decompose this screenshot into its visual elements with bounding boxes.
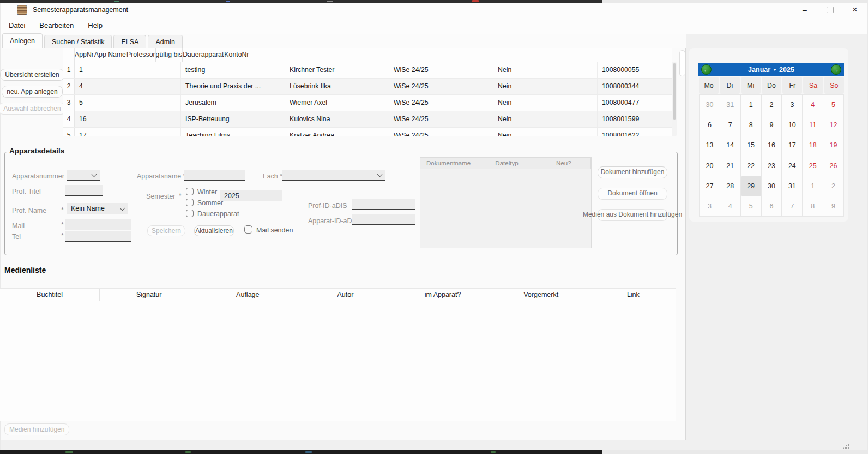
minimize-button[interactable]: – bbox=[792, 3, 817, 17]
apps-table-column-header[interactable]: KontoNr bbox=[224, 48, 249, 62]
documents-column-header[interactable]: Dokumentname bbox=[420, 158, 477, 169]
medienliste-column-header[interactable]: im Apparat? bbox=[394, 289, 492, 301]
tab[interactable]: Anlegen bbox=[2, 33, 43, 48]
document-action-button[interactable]: Medien aus Dokument hinzufügen bbox=[598, 209, 667, 221]
sidebar-button[interactable]: Übersicht erstellen bbox=[0, 69, 64, 81]
apps-table-scrollbar[interactable] bbox=[672, 62, 677, 136]
calendar-day[interactable]: 2 bbox=[762, 95, 782, 115]
calendar-day[interactable]: 8 bbox=[803, 196, 823, 216]
apps-table-row[interactable]: 4 16 ISP-Betreuung Kulovics Nina WiSe 24… bbox=[63, 111, 672, 128]
calendar-day[interactable]: 12 bbox=[823, 115, 843, 135]
apps-table-column-header[interactable]: Dauerapparat bbox=[183, 48, 224, 62]
medienliste-column-header[interactable]: Autor bbox=[297, 289, 394, 301]
apps-table-row[interactable]: 2 4 Theorie und Praxis der ... Lüsebrink… bbox=[63, 79, 672, 95]
calendar-day[interactable]: 6 bbox=[762, 196, 782, 216]
dauerapparat-checkbox[interactable] bbox=[186, 210, 194, 217]
scrollbar-thumb[interactable] bbox=[673, 63, 676, 120]
calendar-day[interactable]: 30 bbox=[700, 95, 720, 115]
calendar-prev-button[interactable]: ← bbox=[701, 64, 712, 75]
page-scrollbar-thumb[interactable] bbox=[679, 50, 685, 76]
calendar-day[interactable]: 27 bbox=[700, 176, 720, 196]
calendar-day[interactable]: 9 bbox=[823, 196, 843, 216]
calendar-day[interactable]: 16 bbox=[762, 135, 782, 155]
apps-table-column-header[interactable]: Professor bbox=[126, 48, 156, 62]
semester-year-input[interactable]: 2025 bbox=[220, 190, 282, 201]
apps-table-column-header[interactable]: App Name bbox=[94, 48, 126, 62]
calendar-day[interactable]: 1 bbox=[803, 176, 823, 196]
calendar-day[interactable]: 17 bbox=[782, 135, 802, 155]
apps-table-column-header[interactable]: AppNr bbox=[75, 48, 94, 62]
calendar-day[interactable]: 5 bbox=[823, 95, 843, 115]
document-action-button[interactable]: Dokument hinzufügen bbox=[598, 166, 667, 178]
calendar-day[interactable]: 9 bbox=[762, 115, 782, 135]
calendar-day[interactable]: 5 bbox=[741, 196, 761, 216]
apparat-id-adis-input[interactable] bbox=[352, 214, 415, 225]
prof-titel-input[interactable] bbox=[65, 185, 103, 196]
calendar-next-button[interactable]: → bbox=[831, 64, 841, 75]
calendar-day[interactable]: 14 bbox=[720, 135, 740, 155]
calendar-day[interactable]: 15 bbox=[741, 135, 761, 155]
close-button[interactable]: × bbox=[842, 3, 867, 17]
calendar-day[interactable]: 24 bbox=[782, 156, 802, 176]
calendar-day[interactable]: 2 bbox=[823, 176, 843, 196]
calendar-day[interactable]: 23 bbox=[762, 156, 782, 176]
tab[interactable]: Admin bbox=[148, 35, 182, 48]
sommer-checkbox[interactable] bbox=[186, 199, 194, 206]
calendar-day[interactable]: 26 bbox=[823, 156, 843, 176]
apps-table-row[interactable]: 1 1 testing Kirchner Tester WiSe 24/25 N… bbox=[63, 62, 672, 79]
medien-hinzufuegen-button[interactable]: Medien hinzufügen bbox=[4, 423, 69, 435]
calendar-day[interactable]: 18 bbox=[803, 135, 823, 155]
apparatsnummer-combobox[interactable] bbox=[67, 170, 100, 181]
menu-item[interactable]: Help bbox=[88, 21, 103, 29]
medienliste-column-header[interactable]: Auflage bbox=[198, 289, 297, 301]
apps-table-column-header[interactable]: gültig bis bbox=[156, 48, 183, 62]
mail-senden-checkbox[interactable] bbox=[244, 225, 252, 234]
calendar-day[interactable]: 3 bbox=[782, 95, 802, 115]
calendar-day[interactable]: 22 bbox=[741, 156, 761, 176]
calendar-day[interactable]: 20 bbox=[700, 156, 720, 176]
medienliste-column-header[interactable]: Link bbox=[590, 289, 676, 301]
documents-column-header[interactable]: Dateityp bbox=[477, 158, 537, 169]
tel-input[interactable] bbox=[65, 231, 131, 242]
medienliste-column-header[interactable]: Vorgemerkt bbox=[492, 289, 590, 301]
menu-item[interactable]: Datei bbox=[9, 21, 25, 29]
prof-id-adis-input[interactable] bbox=[352, 199, 415, 210]
mail-input[interactable] bbox=[65, 219, 131, 230]
calendar-day[interactable]: 4 bbox=[803, 95, 823, 115]
calendar-day[interactable]: 25 bbox=[803, 156, 823, 176]
medienliste-column-header[interactable]: Buchtitel bbox=[0, 289, 100, 301]
calendar-day[interactable]: 29 bbox=[741, 176, 761, 196]
calendar-day[interactable]: 4 bbox=[720, 196, 740, 216]
maximize-button[interactable] bbox=[817, 3, 842, 17]
calendar-month-year[interactable]: Januar 2025 bbox=[748, 66, 794, 74]
speichern-button[interactable]: Speichern bbox=[147, 225, 185, 236]
sidebar-button[interactable]: neu. App anlegen bbox=[2, 86, 62, 98]
apps-table-row[interactable]: 3 5 Jerusalem Wiemer Axel WiSe 24/25 Nei… bbox=[63, 95, 672, 111]
calendar-day[interactable]: 10 bbox=[782, 115, 802, 135]
calendar-day[interactable]: 31 bbox=[782, 176, 802, 196]
calendar-day[interactable]: 7 bbox=[720, 115, 740, 135]
prof-name-combobox[interactable]: Kein Name bbox=[67, 203, 128, 214]
tab[interactable]: Suchen / Statistik bbox=[44, 35, 112, 48]
apparatsname-input[interactable] bbox=[184, 170, 245, 181]
medienliste-column-header[interactable]: Signatur bbox=[100, 289, 198, 301]
calendar-day[interactable]: 31 bbox=[720, 95, 740, 115]
fach-combobox[interactable] bbox=[282, 170, 385, 181]
document-action-button[interactable]: Dokument öffnen bbox=[598, 188, 667, 200]
documents-column-header[interactable]: Neu? bbox=[537, 158, 591, 169]
calendar-day[interactable]: 8 bbox=[741, 115, 761, 135]
sidebar-button[interactable]: Auswahl abbrechen bbox=[0, 103, 66, 115]
menu-item[interactable]: Bearbeiten bbox=[39, 21, 74, 29]
tab[interactable]: ELSA bbox=[113, 35, 146, 48]
calendar-day[interactable]: 28 bbox=[720, 176, 740, 196]
calendar-day[interactable]: 1 bbox=[741, 95, 761, 115]
calendar-day[interactable]: 3 bbox=[700, 196, 720, 216]
aktualisieren-button[interactable]: Aktualisieren bbox=[194, 225, 234, 236]
calendar-day[interactable]: 30 bbox=[762, 176, 782, 196]
calendar-day[interactable]: 11 bbox=[803, 115, 823, 135]
calendar-day[interactable]: 21 bbox=[720, 156, 740, 176]
calendar-day[interactable]: 7 bbox=[782, 196, 802, 216]
calendar-day[interactable]: 19 bbox=[823, 135, 843, 155]
calendar-day[interactable]: 13 bbox=[700, 135, 720, 155]
apps-table-row[interactable]: 5 17 Teaching Films Kratzer Andrea WiSe … bbox=[63, 128, 672, 136]
